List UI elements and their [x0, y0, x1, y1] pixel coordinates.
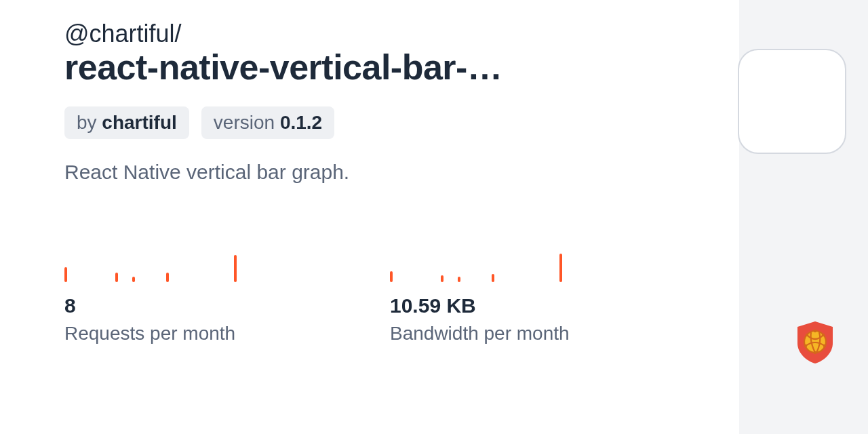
sparkline-bar: [492, 274, 494, 282]
author-prefix: by: [77, 112, 102, 133]
svg-point-2: [806, 334, 808, 336]
sparkline-bar: [166, 273, 169, 282]
sparkline-bar: [115, 273, 118, 282]
svg-point-5: [823, 344, 826, 347]
package-name: react-native-vertical-bar-…: [64, 47, 607, 88]
version-value: 0.1.2: [280, 112, 322, 133]
bandwidth-stat: 10.59 KB Bandwidth per month: [390, 245, 661, 344]
requests-sparkline: [64, 245, 336, 282]
bandwidth-label: Bandwidth per month: [390, 323, 661, 344]
bandwidth-sparkline: [390, 245, 661, 282]
author-badge[interactable]: by chartiful: [64, 106, 189, 139]
sparkline-bar: [441, 275, 443, 282]
svg-point-6: [814, 351, 816, 354]
package-logo-placeholder: [738, 49, 846, 154]
stats-row: 8 Requests per month 10.59 KB Bandwidth …: [64, 245, 675, 344]
svg-point-7: [814, 330, 816, 332]
sparkline-bar: [234, 255, 237, 282]
package-description: React Native vertical bar graph.: [64, 161, 675, 184]
author-name: chartiful: [102, 112, 176, 133]
package-card: @chartiful/ react-native-vertical-bar-… …: [0, 0, 739, 434]
sparkline-bar: [390, 271, 393, 282]
jsdelivr-shield-icon: [795, 320, 835, 365]
version-badge[interactable]: version 0.1.2: [201, 106, 334, 139]
version-prefix: version: [214, 112, 280, 133]
sparkline-bar: [64, 267, 67, 282]
sparkline-bar: [559, 254, 562, 282]
svg-point-4: [804, 344, 807, 347]
svg-point-3: [822, 334, 825, 336]
bandwidth-value: 10.59 KB: [390, 294, 661, 317]
badges-row: by chartiful version 0.1.2: [64, 106, 675, 139]
requests-value: 8: [64, 294, 336, 317]
package-scope: @chartiful/: [64, 20, 675, 47]
requests-stat: 8 Requests per month: [64, 245, 336, 344]
sparkline-bar: [458, 277, 460, 282]
sparkline-bar: [132, 277, 135, 282]
requests-label: Requests per month: [64, 323, 336, 344]
